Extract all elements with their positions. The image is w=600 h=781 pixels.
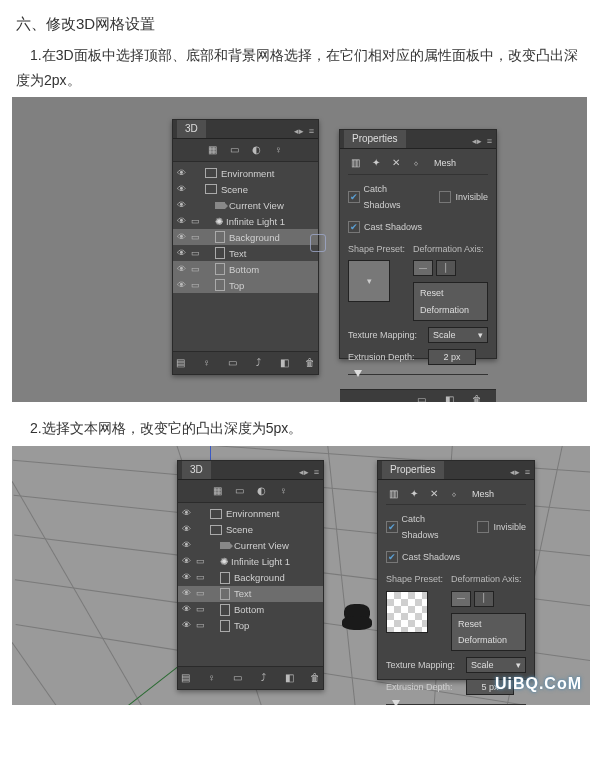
icon-camera[interactable]: ▭ xyxy=(230,670,246,686)
figure-1: 3D ◂▸≡ ▦ ▭ ◐ ♀ 👁Environment 👁Scene 👁Curr… xyxy=(12,97,587,402)
row-bottom[interactable]: 👁▭Bottom xyxy=(178,602,323,618)
row-background[interactable]: 👁▭Background xyxy=(173,229,318,245)
row-background[interactable]: 👁▭Background xyxy=(178,570,323,586)
annotation-mark xyxy=(310,234,326,252)
icon-camera[interactable]: ▭ xyxy=(225,355,241,371)
row-infinite-light[interactable]: 👁▭✺Infinite Light 1 xyxy=(178,554,323,570)
watermark: UiBQ.CoM xyxy=(495,670,582,699)
filter-mat-icon[interactable]: ◐ xyxy=(253,483,271,499)
mesh-icon[interactable]: ▥ xyxy=(386,487,401,500)
cap-icon[interactable]: ✕ xyxy=(426,487,441,500)
properties-tab[interactable]: Properties xyxy=(382,461,444,479)
extrusion-slider[interactable] xyxy=(386,699,526,704)
row-text[interactable]: 👁▭Text xyxy=(178,586,323,602)
chk-label: Invisible xyxy=(455,189,488,205)
row-text[interactable]: 👁▭Text xyxy=(173,245,318,261)
filter-mat-icon[interactable]: ◐ xyxy=(248,142,266,158)
panel-3d-menu[interactable]: ◂▸≡ xyxy=(299,464,319,480)
filter-all-icon[interactable]: ▦ xyxy=(209,483,227,499)
filter-light-icon[interactable]: ♀ xyxy=(275,483,293,499)
checkbox-cast-shadows[interactable]: ✔Cast Shadows xyxy=(386,549,460,565)
shape-preset-swatch[interactable] xyxy=(386,591,428,633)
coord-icon[interactable]: ⬨ xyxy=(446,487,461,500)
filter-light-icon[interactable]: ♀ xyxy=(270,142,288,158)
chk-label: Catch Shadows xyxy=(364,181,424,213)
shape-preset-label: Shape Preset: xyxy=(348,241,405,257)
axis-v[interactable]: │ xyxy=(474,591,494,607)
row-label: Bottom xyxy=(229,261,259,278)
filter-all-icon[interactable]: ▦ xyxy=(204,142,222,158)
row-label: Background xyxy=(229,229,280,246)
chk-label: Cast Shadows xyxy=(364,219,422,235)
render-icon[interactable]: ▭ xyxy=(412,392,430,402)
scene-list: 👁Environment 👁Scene 👁Current View 👁▭✺Inf… xyxy=(173,162,318,296)
reset-deformation-button[interactable]: Reset Deformation xyxy=(451,613,526,651)
row-label: Infinite Light 1 xyxy=(226,213,285,230)
axis-h[interactable]: — xyxy=(413,260,433,276)
properties-menu[interactable]: ◂▸≡ xyxy=(472,133,492,149)
texture-mapping-label: Texture Mapping: xyxy=(348,327,420,343)
panel-properties: Properties ◂▸≡ ▥ ✦ ✕ ⬨ Mesh ✔Catch Shado… xyxy=(339,129,497,359)
row-environment[interactable]: 👁Environment xyxy=(173,165,318,181)
checkbox-catch-shadows[interactable]: ✔Catch Shadows xyxy=(386,511,461,543)
mesh-icon[interactable]: ▥ xyxy=(348,157,363,170)
row-label: Text xyxy=(229,245,246,262)
properties-section-icons: ▥ ✦ ✕ ⬨ Mesh xyxy=(348,155,488,174)
panel-3d-tabbar: 3D ◂▸≡ xyxy=(173,120,318,139)
reset-deformation-button[interactable]: Reset Deformation xyxy=(413,282,488,320)
icon-trash[interactable]: 🗑 xyxy=(302,355,318,371)
properties-menu[interactable]: ◂▸≡ xyxy=(510,464,530,480)
axis-h[interactable]: — xyxy=(451,591,471,607)
panel-3d-tab[interactable]: 3D xyxy=(182,461,211,479)
icon-trash[interactable]: 🗑 xyxy=(307,670,323,686)
deformation-axis-label: Deformation Axis: xyxy=(413,241,488,257)
properties-tab[interactable]: Properties xyxy=(344,130,406,148)
icon-layers[interactable]: ▤ xyxy=(173,355,189,371)
axis-v[interactable]: │ xyxy=(436,260,456,276)
panel-3d-menu[interactable]: ◂▸≡ xyxy=(294,123,314,139)
properties-footer: ▭ ◧ 🗑 xyxy=(340,389,496,402)
deform-icon[interactable]: ✦ xyxy=(368,157,383,170)
mesh-label: Mesh xyxy=(434,155,456,171)
row-top[interactable]: 👁▭Top xyxy=(173,277,318,293)
icon-light[interactable]: ♀ xyxy=(204,670,220,686)
text-mesh-shadow2 xyxy=(342,616,372,630)
filter-mesh-icon[interactable]: ▭ xyxy=(231,483,249,499)
checkbox-invisible[interactable]: Invisible xyxy=(477,519,526,535)
panel-3d: 3D ◂▸≡ ▦ ▭ ◐ ♀ 👁Environment 👁Scene 👁Curr… xyxy=(172,119,319,375)
row-label: Top xyxy=(229,277,244,294)
row-bottom[interactable]: 👁▭Bottom xyxy=(173,261,318,277)
icon-render[interactable]: ◧ xyxy=(281,670,297,686)
panel-3d-tab[interactable]: 3D xyxy=(177,120,206,138)
row-environment[interactable]: 👁Environment xyxy=(178,506,323,522)
row-scene[interactable]: 👁Scene xyxy=(178,522,323,538)
icon-light[interactable]: ♀ xyxy=(199,355,215,371)
checkbox-invisible[interactable]: Invisible xyxy=(439,189,488,205)
panel-3d-filter-row: ▦ ▭ ◐ ♀ xyxy=(173,139,318,162)
checkbox-catch-shadows[interactable]: ✔Catch Shadows xyxy=(348,181,423,213)
trash-icon[interactable]: 🗑 xyxy=(468,392,486,402)
row-scene[interactable]: 👁Scene xyxy=(173,181,318,197)
coord-icon[interactable]: ⬨ xyxy=(408,157,423,170)
checkbox-cast-shadows[interactable]: ✔Cast Shadows xyxy=(348,219,422,235)
footer-icon[interactable]: ◧ xyxy=(440,392,458,402)
panel-properties-2: Properties◂▸≡ ▥ ✦ ✕ ⬨ Mesh ✔Catch Shadow… xyxy=(377,460,535,680)
row-current-view[interactable]: 👁Current View xyxy=(178,538,323,554)
icon-layers[interactable]: ▤ xyxy=(178,670,194,686)
row-current-view[interactable]: 👁Current View xyxy=(173,197,318,213)
cap-icon[interactable]: ✕ xyxy=(388,157,403,170)
filter-mesh-icon[interactable]: ▭ xyxy=(226,142,244,158)
icon-add[interactable]: ⤴ xyxy=(251,355,267,371)
row-top[interactable]: 👁▭Top xyxy=(178,618,323,634)
section-heading: 六、修改3D网格设置 xyxy=(16,10,584,37)
extrusion-depth-input[interactable]: 2 px xyxy=(428,349,476,365)
icon-add[interactable]: ⤴ xyxy=(256,670,272,686)
texture-mapping-select[interactable]: Scale▾ xyxy=(428,327,488,343)
shape-preset-swatch[interactable]: ▾ xyxy=(348,260,390,302)
row-label: Current View xyxy=(229,197,284,214)
figure-2: 3D◂▸≡ ▦ ▭ ◐ ♀ 👁Environment 👁Scene 👁Curre… xyxy=(12,446,590,705)
row-infinite-light[interactable]: 👁▭✺Infinite Light 1 xyxy=(173,213,318,229)
extrusion-slider[interactable] xyxy=(348,369,488,379)
icon-render[interactable]: ◧ xyxy=(276,355,292,371)
deform-icon[interactable]: ✦ xyxy=(406,487,421,500)
